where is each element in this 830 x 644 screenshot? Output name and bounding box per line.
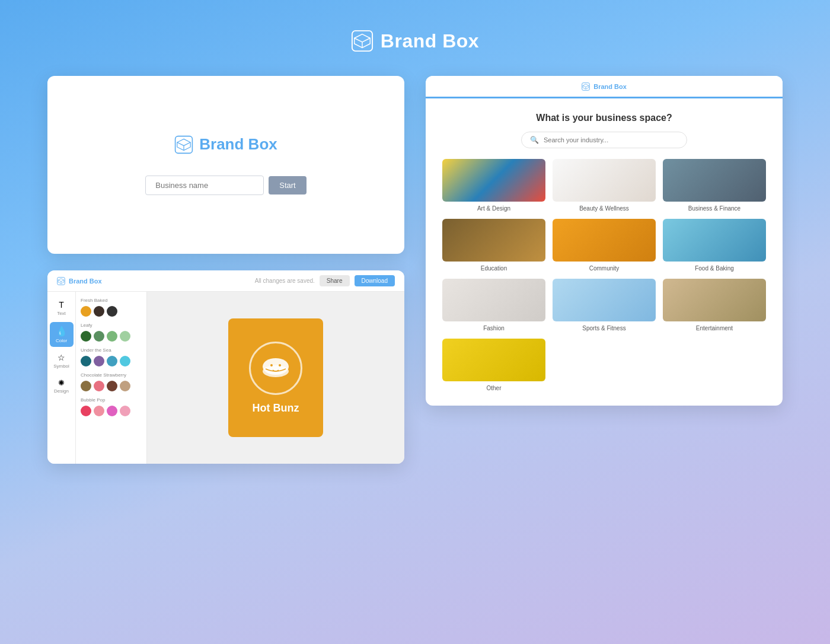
editor-color-panel: Fresh Baked Leafy <box>76 292 147 464</box>
swatch[interactable] <box>94 306 104 317</box>
editor-canvas: Hot Bunz <box>147 292 404 464</box>
svg-line-12 <box>58 280 61 281</box>
symbol-label: Symbol <box>53 364 69 369</box>
svg-line-3 <box>362 38 370 42</box>
share-button[interactable]: Share <box>320 275 350 286</box>
swatch[interactable] <box>107 331 117 342</box>
sidebar-item-text[interactable]: T Text <box>50 297 74 320</box>
app-title: Brand Box <box>381 30 479 52</box>
svg-line-2 <box>355 38 362 42</box>
industry-search-bar[interactable]: 🔍 <box>521 132 687 148</box>
editor-topbar-actions: All changes are saved. Share Download <box>255 275 395 286</box>
category-label-sports-fitness: Sports & Fitness <box>582 325 625 331</box>
category-sports-fitness[interactable]: Sports & Fitness <box>553 279 656 331</box>
design-label: Design <box>54 388 69 394</box>
category-label-education: Education <box>481 265 507 272</box>
swatch[interactable] <box>81 381 91 391</box>
category-label-art-design: Art & Design <box>477 205 510 212</box>
start-button[interactable]: Start <box>269 176 306 195</box>
category-image-beauty-wellness <box>553 159 656 202</box>
industry-screenshot: Brand Box What is your business space? 🔍… <box>426 76 783 406</box>
landing-screenshot: Brand Box Start <box>47 76 404 254</box>
industry-grid: Art & Design Beauty & Wellness Business … <box>442 159 766 331</box>
category-label-business-finance: Business & Finance <box>688 205 740 212</box>
palette-swatches-fresh-baked <box>81 306 142 317</box>
industry-page-title: What is your business space? <box>442 113 766 123</box>
editor-body: T Text 💧 Color ☆ Symbol ✺ Design <box>47 292 404 464</box>
swatch[interactable] <box>94 381 104 391</box>
swatch[interactable] <box>120 406 130 416</box>
sidebar-item-symbol[interactable]: ☆ Symbol <box>50 349 74 372</box>
category-other[interactable]: Other <box>442 339 545 391</box>
swatch[interactable] <box>81 331 91 342</box>
category-image-entertainment <box>663 279 766 321</box>
text-icon: T <box>59 300 64 310</box>
swatch[interactable] <box>120 381 130 391</box>
category-image-art-design <box>442 159 545 202</box>
palette-name-leafy: Leafy <box>81 323 142 328</box>
palette-name-under-the-sea: Under the Sea <box>81 347 142 353</box>
category-art-design[interactable]: Art & Design <box>442 159 545 212</box>
swatch[interactable] <box>120 356 130 366</box>
sidebar-item-color[interactable]: 💧 Color <box>50 322 74 347</box>
industry-brand-name: Brand Box <box>593 83 627 90</box>
download-button[interactable]: Download <box>355 275 395 286</box>
landing-brand-name: Brand Box <box>199 135 277 154</box>
industry-logo-icon <box>582 82 590 91</box>
app-header: Brand Box <box>351 30 479 52</box>
category-image-sports-fitness <box>553 279 656 321</box>
svg-line-7 <box>177 142 184 146</box>
category-beauty-wellness[interactable]: Beauty & Wellness <box>553 159 656 212</box>
other-row: Other <box>442 339 766 391</box>
category-label-fashion: Fashion <box>483 325 505 331</box>
swatch[interactable] <box>107 356 117 366</box>
svg-line-22 <box>586 85 589 87</box>
category-community[interactable]: Community <box>553 219 656 272</box>
svg-line-8 <box>184 142 190 146</box>
editor-brand-name: Brand Box <box>69 278 102 285</box>
palette-chocolate-strawberry: Chocolate Strawberry <box>81 372 142 391</box>
swatch[interactable] <box>81 306 91 317</box>
category-fashion[interactable]: Fashion <box>442 279 545 331</box>
category-label-other: Other <box>486 385 501 391</box>
color-icon: 💧 <box>56 326 68 337</box>
swatch[interactable] <box>94 406 104 416</box>
symbol-icon: ☆ <box>58 353 65 362</box>
editor-logo-icon <box>57 277 65 285</box>
category-image-food-baking <box>663 219 766 262</box>
category-business-finance[interactable]: Business & Finance <box>663 159 766 212</box>
category-food-baking[interactable]: Food & Baking <box>663 219 766 272</box>
landing-logo: Brand Box <box>174 135 277 154</box>
svg-line-13 <box>61 280 64 281</box>
left-column: Brand Box Start Brand Box <box>47 76 404 464</box>
category-education[interactable]: Education <box>442 219 545 272</box>
swatch[interactable] <box>94 331 104 342</box>
palette-name-fresh-baked: Fresh Baked <box>81 298 142 303</box>
logo-preview-card: Hot Bunz <box>228 318 323 437</box>
svg-line-21 <box>583 85 586 87</box>
category-entertainment[interactable]: Entertainment <box>663 279 766 331</box>
industry-search-input[interactable] <box>544 136 678 144</box>
industry-panel: Brand Box What is your business space? 🔍… <box>426 76 783 406</box>
hot-bunz-icon <box>255 347 296 389</box>
design-icon: ✺ <box>58 378 65 387</box>
swatch[interactable] <box>120 331 130 342</box>
swatch[interactable] <box>107 306 117 317</box>
palette-name-chocolate-strawberry: Chocolate Strawberry <box>81 372 142 378</box>
landing-form[interactable]: Start <box>145 176 306 195</box>
sidebar-item-design[interactable]: ✺ Design <box>50 375 74 397</box>
palette-swatches-under-the-sea <box>81 356 142 366</box>
swatch[interactable] <box>107 406 117 416</box>
editor-topbar: Brand Box All changes are saved. Share D… <box>47 270 404 292</box>
editor-saved-indicator: All changes are saved. <box>255 278 315 284</box>
category-image-business-finance <box>663 159 766 202</box>
swatch[interactable] <box>81 356 91 366</box>
swatch[interactable] <box>107 381 117 391</box>
swatch[interactable] <box>94 356 104 366</box>
palette-swatches-bubble-pop <box>81 406 142 416</box>
logo-brand-name: Hot Bunz <box>253 402 299 415</box>
swatch[interactable] <box>81 406 91 416</box>
palette-fresh-baked: Fresh Baked <box>81 298 142 317</box>
category-label-community: Community <box>589 265 620 272</box>
business-name-input[interactable] <box>145 176 264 195</box>
